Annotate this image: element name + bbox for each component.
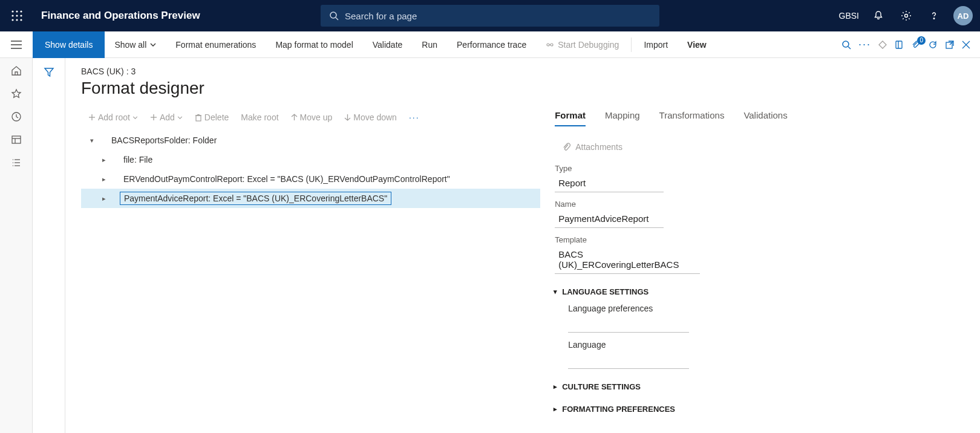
view-button[interactable]: View — [678, 40, 716, 50]
svg-point-11 — [905, 15, 908, 18]
tree-node-label: PaymentAdviceReport: Excel = "BACS (UK)_… — [120, 192, 391, 205]
delete-button[interactable]: Delete — [190, 110, 234, 125]
home-icon[interactable] — [11, 65, 22, 76]
tree-node-file[interactable]: ▸ file: File — [81, 150, 540, 169]
close-icon[interactable] — [962, 41, 970, 49]
caret-right-icon[interactable]: ▸ — [98, 195, 110, 203]
office-icon[interactable] — [894, 40, 904, 50]
svg-rect-27 — [12, 136, 21, 143]
svg-point-16 — [547, 44, 549, 46]
caret-down-icon[interactable]: ▾ — [86, 137, 98, 145]
tree-node-root[interactable]: ▾ BACSReportsFolder: Folder — [81, 131, 540, 150]
run-button[interactable]: Run — [412, 40, 447, 50]
attachments-label: Attachments — [575, 142, 622, 152]
language-label: Language — [568, 340, 964, 350]
tree-node-paymentadvice[interactable]: ▸ PaymentAdviceReport: Excel = "BACS (UK… — [81, 189, 540, 208]
app-launcher-icon[interactable] — [7, 10, 27, 21]
help-icon[interactable] — [926, 7, 942, 24]
language-field[interactable] — [568, 352, 689, 369]
attachments-action-icon[interactable]: 0 — [911, 40, 921, 50]
svg-point-5 — [20, 15, 22, 16]
gear-icon[interactable] — [898, 7, 915, 24]
tree-node-ervend[interactable]: ▸ ERVendOutPaymControlReport: Excel = "B… — [81, 169, 540, 189]
type-label: Type — [555, 164, 964, 173]
svg-point-2 — [20, 10, 22, 12]
name-field[interactable]: PaymentAdviceReport — [555, 211, 664, 228]
page-title: Format designer — [81, 79, 964, 98]
avatar[interactable]: AD — [953, 6, 973, 25]
move-up-button[interactable]: Move up — [286, 110, 338, 125]
tree-more-icon[interactable]: ··· — [404, 112, 425, 122]
add-root-button[interactable]: Add root — [83, 110, 143, 125]
svg-rect-21 — [896, 41, 902, 48]
caret-right-icon[interactable]: ▸ — [98, 175, 110, 183]
diamond-icon[interactable] — [878, 41, 887, 49]
workspaces-icon[interactable] — [11, 134, 22, 145]
format-enumerations-button[interactable]: Format enumerations — [166, 40, 266, 50]
move-down-button[interactable]: Move down — [339, 110, 402, 125]
tree-node-label: BACSReportsFolder: Folder — [108, 134, 220, 146]
caret-right-icon[interactable]: ▸ — [98, 156, 110, 164]
svg-point-4 — [16, 15, 18, 16]
start-debugging-button[interactable]: Start Debugging — [536, 40, 629, 50]
language-preferences-label: Language preferences — [568, 304, 964, 313]
formatting-preferences-header[interactable]: ▸ FORMATTING PREFERENCES — [554, 405, 964, 414]
app-title: Finance and Operations Preview — [41, 10, 200, 22]
navpane-toggle-icon[interactable] — [0, 41, 33, 49]
template-label: Template — [555, 235, 964, 244]
svg-point-19 — [843, 41, 849, 47]
name-label: Name — [555, 200, 964, 209]
svg-point-1 — [16, 10, 18, 12]
tab-format[interactable]: Format — [555, 110, 586, 126]
popout-icon[interactable] — [945, 40, 955, 50]
search-action-icon[interactable] — [841, 40, 851, 50]
svg-point-17 — [550, 44, 553, 46]
svg-line-20 — [848, 47, 851, 49]
breadcrumb: BACS (UK) : 3 — [81, 67, 964, 76]
caret-down-icon: ▾ — [554, 288, 557, 296]
type-field[interactable]: Report — [555, 175, 664, 192]
svg-point-0 — [11, 10, 13, 12]
svg-point-6 — [11, 19, 13, 21]
tab-validations[interactable]: Validations — [743, 110, 787, 126]
validate-button[interactable]: Validate — [363, 40, 413, 50]
language-preferences-field[interactable] — [568, 316, 689, 333]
svg-point-3 — [11, 15, 13, 16]
import-button[interactable]: Import — [634, 40, 678, 50]
tab-transformations[interactable]: Transformations — [659, 110, 725, 126]
make-root-button[interactable]: Make root — [236, 110, 283, 125]
recent-icon[interactable] — [11, 111, 22, 122]
search-placeholder: Search for a page — [345, 11, 417, 21]
svg-line-10 — [336, 18, 338, 20]
language-settings-header[interactable]: ▾ LANGUAGE SETTINGS — [554, 287, 964, 296]
attachments-button[interactable]: Attachments — [555, 137, 964, 157]
search-input[interactable]: Search for a page — [321, 5, 659, 27]
filter-icon[interactable] — [44, 67, 54, 433]
attachments-badge: 0 — [917, 36, 926, 45]
tree-node-label: file: File — [120, 154, 156, 166]
add-button[interactable]: Add — [145, 110, 188, 125]
notifications-icon[interactable] — [870, 7, 887, 24]
avatar-initials: AD — [958, 11, 969, 21]
performance-trace-button[interactable]: Performance trace — [447, 40, 536, 50]
show-all-button[interactable]: Show all — [105, 40, 166, 50]
template-field[interactable]: BACS (UK)_ERCoveringLetterBACS — [555, 247, 700, 274]
favorites-icon[interactable] — [11, 88, 22, 99]
more-actions-icon[interactable]: ··· — [858, 38, 871, 51]
refresh-icon[interactable] — [928, 40, 938, 50]
modules-icon[interactable] — [11, 157, 22, 168]
map-format-button[interactable]: Map format to model — [266, 40, 362, 50]
culture-settings-header[interactable]: ▸ CULTURE SETTINGS — [554, 382, 964, 391]
tree-node-label: ERVendOutPaymControlReport: Excel = "BAC… — [120, 173, 454, 185]
svg-point-8 — [20, 19, 22, 21]
show-details-button[interactable]: Show details — [33, 31, 105, 58]
svg-point-7 — [16, 19, 18, 21]
caret-right-icon: ▸ — [554, 405, 557, 413]
company-code[interactable]: GBSI — [839, 11, 859, 21]
svg-rect-40 — [196, 116, 201, 121]
caret-right-icon: ▸ — [554, 383, 557, 391]
svg-point-9 — [330, 12, 336, 18]
svg-point-12 — [933, 18, 935, 19]
tab-mapping[interactable]: Mapping — [605, 110, 640, 126]
